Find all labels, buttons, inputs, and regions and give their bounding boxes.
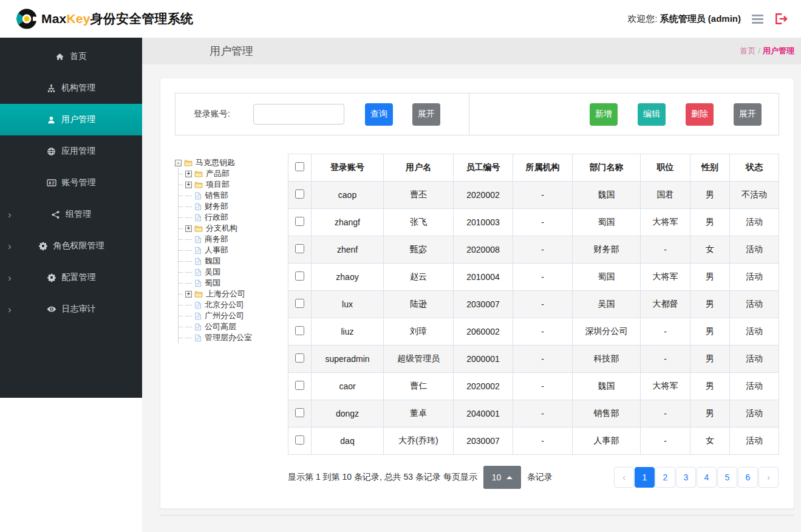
tree-node-label: 吴国 bbox=[204, 267, 221, 278]
sidebar-item-config[interactable]: ›配置管理 bbox=[0, 262, 142, 293]
sidebar-item-account[interactable]: 账号管理 bbox=[0, 167, 142, 199]
sidebar-item-audit[interactable]: ›日志审计 bbox=[0, 293, 142, 325]
page-button-3[interactable]: 3 bbox=[676, 467, 696, 488]
row-checkbox[interactable] bbox=[295, 353, 304, 363]
table-cell: 活动 bbox=[730, 291, 779, 318]
eye-icon bbox=[47, 304, 56, 314]
tree-node[interactable]: 吴国 bbox=[179, 267, 288, 278]
table-cell: - bbox=[641, 346, 690, 373]
record-summary-suffix: 条记录 bbox=[527, 472, 553, 483]
table-cell: 深圳分公司 bbox=[573, 318, 641, 346]
table-cell: 2020002 bbox=[454, 182, 513, 209]
select-all-checkbox[interactable] bbox=[295, 162, 304, 171]
table-cell: 甄宓 bbox=[384, 236, 454, 264]
expand-tree-button[interactable]: 展开 bbox=[734, 103, 762, 126]
prev-page-button[interactable]: ‹ bbox=[614, 467, 634, 488]
tree-connector bbox=[185, 327, 192, 327]
sidebar-item-role[interactable]: ›角色权限管理 bbox=[0, 230, 142, 262]
expand-icon[interactable]: + bbox=[185, 182, 192, 188]
table-cell: - bbox=[513, 291, 573, 318]
main-content: 用户管理 首页/用户管理 登录账号: 查询 展开 新增 编辑 删除 展开 bbox=[142, 38, 801, 532]
table-cell: - bbox=[641, 236, 690, 264]
tree-node[interactable]: +项目部 bbox=[179, 179, 288, 190]
page-header: 用户管理 首页/用户管理 bbox=[142, 38, 801, 64]
expand-search-button[interactable]: 展开 bbox=[412, 103, 440, 126]
sidebar-item-app[interactable]: 应用管理 bbox=[0, 135, 142, 167]
page-button-1[interactable]: 1 bbox=[635, 467, 655, 488]
sidebar-item-home[interactable]: 首页 bbox=[0, 41, 142, 72]
row-checkbox[interactable] bbox=[295, 381, 304, 390]
tree-connector bbox=[185, 272, 192, 273]
table-cell: caor bbox=[312, 373, 384, 400]
table-cell: 2020002 bbox=[454, 373, 513, 400]
tree-connector bbox=[185, 305, 192, 305]
table-cell: 2030007 bbox=[454, 428, 513, 455]
table-row: zhangf张飞2010003-蜀国大将军男活动 bbox=[288, 209, 779, 236]
tree-root-node[interactable]: -马克思钥匙 bbox=[175, 157, 288, 168]
sidebar-item-label: 配置管理 bbox=[62, 272, 96, 283]
row-checkbox[interactable] bbox=[295, 408, 304, 417]
page-button-5[interactable]: 5 bbox=[717, 467, 737, 488]
query-button[interactable]: 查询 bbox=[365, 103, 393, 126]
menu-toggle-icon[interactable] bbox=[752, 15, 763, 24]
next-page-button[interactable]: › bbox=[758, 467, 779, 488]
page-button-2[interactable]: 2 bbox=[655, 467, 675, 488]
tree-node-label: 财务部 bbox=[204, 201, 229, 212]
file-icon bbox=[194, 334, 202, 342]
tree-node[interactable]: 行政部 bbox=[179, 212, 288, 223]
tree-node[interactable]: 人事部 bbox=[179, 245, 288, 256]
tree-node[interactable]: 财务部 bbox=[179, 201, 288, 212]
row-checkbox[interactable] bbox=[295, 435, 304, 445]
tree-node-label: 蜀国 bbox=[204, 278, 221, 288]
table-cell: 2040001 bbox=[454, 400, 513, 428]
row-checkbox[interactable] bbox=[295, 326, 304, 335]
tree-connector bbox=[185, 283, 192, 284]
tree-node[interactable]: 蜀国 bbox=[179, 278, 288, 288]
add-button[interactable]: 新增 bbox=[590, 103, 618, 126]
chevron-right-icon: › bbox=[8, 241, 12, 251]
tree-node[interactable]: 魏国 bbox=[179, 256, 288, 267]
tree-node[interactable]: 公司高层 bbox=[179, 321, 288, 332]
page-size-dropdown[interactable]: 10 bbox=[483, 466, 521, 489]
column-header: 用户名 bbox=[384, 154, 454, 182]
table-cell: superadmin bbox=[312, 346, 384, 373]
tree-node[interactable]: 商务部 bbox=[179, 234, 288, 245]
table-cell: - bbox=[641, 400, 690, 428]
table-cell: 男 bbox=[690, 209, 730, 236]
page-button-4[interactable]: 4 bbox=[697, 467, 717, 488]
tree-node[interactable]: 广州分公司 bbox=[179, 310, 288, 321]
tree-node[interactable]: +分支机构 bbox=[179, 223, 288, 234]
edit-button[interactable]: 编辑 bbox=[638, 103, 666, 126]
sidebar: 首页机构管理用户管理应用管理账号管理›组管理›角色权限管理›配置管理›日志审计 bbox=[0, 38, 142, 532]
sidebar-item-org[interactable]: 机构管理 bbox=[0, 72, 142, 104]
expand-icon[interactable]: + bbox=[185, 225, 192, 232]
tree-node[interactable]: 北京分公司 bbox=[179, 299, 288, 310]
file-icon bbox=[194, 236, 202, 244]
row-checkbox[interactable] bbox=[295, 244, 304, 253]
sidebar-item-user[interactable]: 用户管理 bbox=[0, 104, 142, 135]
row-checkbox[interactable] bbox=[295, 299, 304, 308]
row-checkbox[interactable] bbox=[295, 189, 304, 199]
tree-node[interactable]: +上海分公司 bbox=[179, 288, 288, 299]
delete-button[interactable]: 删除 bbox=[686, 103, 714, 126]
expand-icon[interactable]: + bbox=[185, 171, 192, 177]
table-cell: 销售部 bbox=[573, 400, 641, 428]
table-cell: - bbox=[513, 373, 573, 400]
collapse-expander-icon[interactable]: - bbox=[175, 160, 182, 166]
footer-divider bbox=[160, 515, 794, 527]
tree-node[interactable]: +产品部 bbox=[179, 168, 288, 179]
page-button-6[interactable]: 6 bbox=[738, 467, 758, 488]
sidebar-item-group[interactable]: ›组管理 bbox=[0, 199, 142, 230]
tree-node[interactable]: 销售部 bbox=[179, 190, 288, 201]
record-summary: 显示第 1 到第 10 条记录, 总共 53 条记录 每页显示 bbox=[288, 472, 477, 483]
row-checkbox[interactable] bbox=[295, 217, 304, 226]
table-cell: 赵云 bbox=[384, 264, 454, 291]
expand-icon[interactable]: + bbox=[185, 291, 192, 298]
search-input[interactable] bbox=[253, 104, 344, 124]
toolbar: 登录账号: 查询 展开 新增 编辑 删除 展开 bbox=[175, 93, 779, 135]
breadcrumb-home-link[interactable]: 首页 bbox=[740, 46, 755, 55]
row-checkbox[interactable] bbox=[295, 271, 304, 281]
table-cell: 活动 bbox=[730, 318, 779, 346]
logout-icon[interactable] bbox=[774, 13, 788, 25]
tree-node[interactable]: 管理层办公室 bbox=[179, 332, 288, 343]
